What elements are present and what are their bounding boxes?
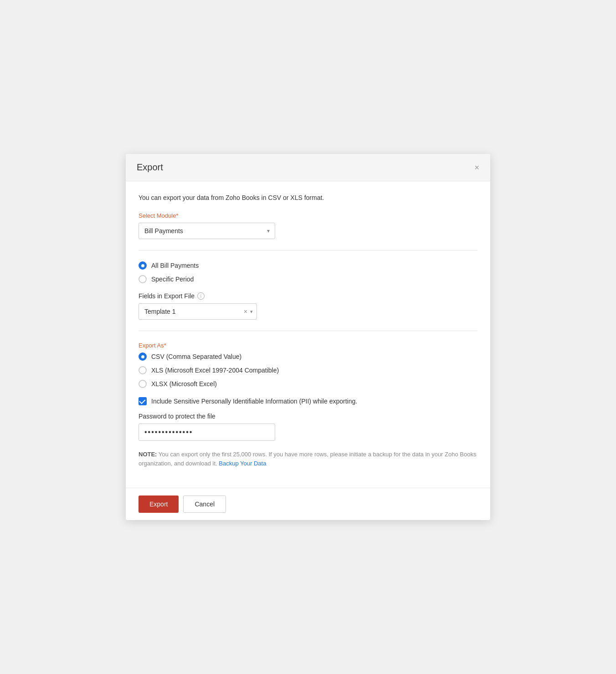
divider-1 <box>139 250 477 250</box>
cancel-button[interactable]: Cancel <box>183 495 226 513</box>
template-select-wrapper: Template 1 × ▾ <box>139 303 257 320</box>
radio-specific-period[interactable]: Specific Period <box>139 275 477 283</box>
radio-xlsx[interactable]: XLSX (Microsoft Excel) <box>139 380 477 388</box>
modal-footer: Export Cancel <box>126 488 490 520</box>
radio-xls-icon <box>139 366 147 374</box>
pii-checkbox-icon <box>139 397 147 405</box>
radio-xls-label: XLS (Microsoft Excel 1997-2004 Compatibl… <box>151 367 279 374</box>
select-module-section: Select Module* Bill Payments ▾ <box>139 212 477 239</box>
modal-title: Export <box>137 162 163 173</box>
fields-label-text: Fields in Export File <box>139 292 195 300</box>
radio-xlsx-icon <box>139 380 147 388</box>
info-icon[interactable]: i <box>197 292 205 300</box>
select-module-label: Select Module* <box>139 212 477 219</box>
note-prefix: NOTE: <box>139 451 157 458</box>
radio-all-bill-payments[interactable]: All Bill Payments <box>139 261 477 270</box>
close-button[interactable]: × <box>474 163 479 172</box>
note-text: NOTE: You can export only the first 25,0… <box>139 450 477 468</box>
pii-checkbox-label: Include Sensitive Personally Identifiabl… <box>151 398 357 405</box>
note-section: NOTE: You can export only the first 25,0… <box>139 450 477 468</box>
radio-csv-icon <box>139 352 147 361</box>
password-input[interactable] <box>139 424 275 441</box>
password-label: Password to protect the file <box>139 413 477 420</box>
export-button[interactable]: Export <box>139 495 179 513</box>
backup-data-link[interactable]: Backup Your Data <box>219 460 266 467</box>
radio-specific-period-label: Specific Period <box>151 276 194 283</box>
divider-2 <box>139 331 477 331</box>
radio-xlsx-label: XLSX (Microsoft Excel) <box>151 380 217 388</box>
pii-checkbox-item[interactable]: Include Sensitive Personally Identifiabl… <box>139 397 477 405</box>
export-as-section: Export As* CSV (Comma Separated Value) X… <box>139 342 477 388</box>
export-as-label: Export As* <box>139 342 477 349</box>
fields-section: Fields in Export File i Template 1 × ▾ <box>139 292 477 320</box>
export-modal: Export × You can export your data from Z… <box>126 154 490 520</box>
radio-csv-label: CSV (Comma Separated Value) <box>151 353 241 360</box>
radio-csv[interactable]: CSV (Comma Separated Value) <box>139 352 477 361</box>
radio-specific-period-icon <box>139 275 147 283</box>
template-clear-icon[interactable]: × <box>242 308 249 315</box>
modal-body: You can export your data from Zoho Books… <box>126 181 490 488</box>
modal-header: Export × <box>126 154 490 181</box>
radio-all-bill-payments-label: All Bill Payments <box>151 262 199 269</box>
module-select[interactable]: Bill Payments <box>139 223 275 239</box>
template-select[interactable]: Template 1 <box>139 304 242 319</box>
template-arrow-icon: ▾ <box>249 309 257 315</box>
filter-radio-group: All Bill Payments Specific Period <box>139 261 477 283</box>
radio-xls[interactable]: XLS (Microsoft Excel 1997-2004 Compatibl… <box>139 366 477 374</box>
radio-all-bill-payments-icon <box>139 261 147 270</box>
description-text: You can export your data from Zoho Books… <box>139 194 477 201</box>
password-section: Password to protect the file <box>139 413 477 441</box>
fields-label: Fields in Export File i <box>139 292 477 300</box>
module-select-wrapper: Bill Payments ▾ <box>139 223 275 239</box>
note-body: You can export only the first 25,000 row… <box>139 451 476 467</box>
